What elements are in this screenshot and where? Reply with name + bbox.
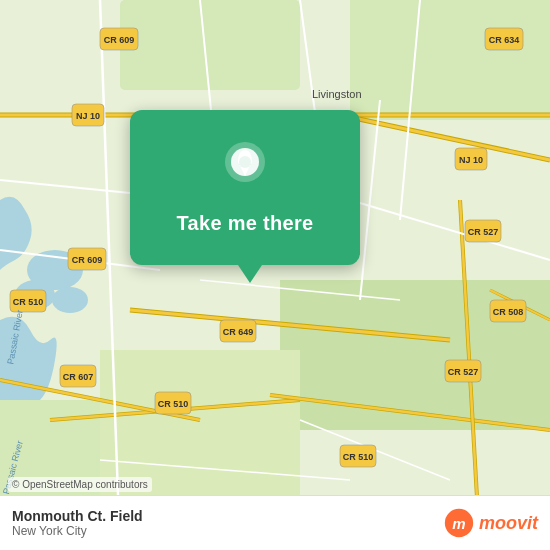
location-pin-icon [221, 140, 269, 202]
svg-text:CR 510: CR 510 [13, 297, 44, 307]
svg-text:Livingston: Livingston [312, 88, 362, 100]
moovit-icon: m [444, 508, 474, 538]
action-card[interactable]: Take me there [130, 110, 360, 265]
moovit-logo: m moovit [444, 508, 538, 538]
svg-text:CR 609: CR 609 [104, 35, 135, 45]
map-attribution: © OpenStreetMap contributors [8, 477, 152, 492]
svg-text:CR 527: CR 527 [468, 227, 499, 237]
location-name: Monmouth Ct. Field [12, 508, 143, 524]
svg-text:CR 527: CR 527 [448, 367, 479, 377]
svg-rect-4 [120, 0, 300, 90]
moovit-brand-text: moovit [479, 513, 538, 534]
svg-text:CR 508: CR 508 [493, 307, 524, 317]
svg-text:CR 607: CR 607 [63, 372, 94, 382]
svg-text:CR 609: CR 609 [72, 255, 103, 265]
card-pointer [238, 265, 262, 283]
svg-text:NJ 10: NJ 10 [76, 111, 100, 121]
bottom-bar: Monmouth Ct. Field New York City m moovi… [0, 495, 550, 550]
location-sub: New York City [12, 524, 143, 538]
svg-text:NJ 10: NJ 10 [459, 155, 483, 165]
svg-text:m: m [452, 515, 465, 532]
location-info: Monmouth Ct. Field New York City [12, 508, 143, 538]
map-background: CR 609 CR 609 NJ 10 NJ 10 CR 634 CR 510 … [0, 0, 550, 550]
svg-text:CR 510: CR 510 [343, 452, 374, 462]
svg-text:CR 634: CR 634 [489, 35, 520, 45]
svg-text:CR 510: CR 510 [158, 399, 189, 409]
svg-text:CR 649: CR 649 [223, 327, 254, 337]
svg-point-3 [52, 287, 88, 313]
take-me-there-button[interactable]: Take me there [177, 212, 314, 235]
map-container: CR 609 CR 609 NJ 10 NJ 10 CR 634 CR 510 … [0, 0, 550, 550]
